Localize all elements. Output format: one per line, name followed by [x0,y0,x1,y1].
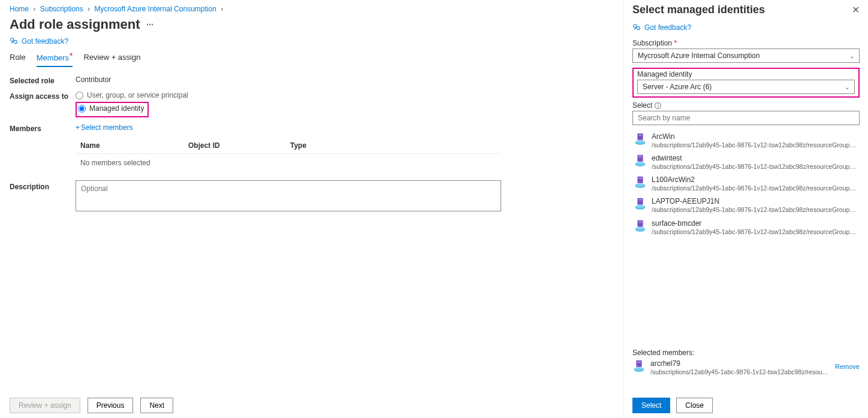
result-path: /subscriptions/12ab9y45-1abc-9876-1v12-t… [652,163,858,171]
next-button[interactable]: Next [140,398,173,413]
chevron-down-icon: ⌄ [845,84,849,90]
table-header-object-id: Object ID [188,141,290,150]
selected-role-value: Contributor [76,75,111,85]
breadcrumb: Home › Subscriptions › Mycrosoft Azure I… [10,4,614,16]
review-assign-button: Review + assign [10,398,80,413]
managed-identity-select-value: Server - Azure Arc (6) [643,83,712,91]
selected-members-list: arcrhel79 /subscriptions/12ab9y45-1abc-9… [632,359,860,376]
panel-title: Select managed identities [632,4,765,16]
highlight-managed-identity-field: Managed identity Server - Azure Arc (6) … [632,68,860,98]
required-indicator: * [70,51,73,60]
highlight-managed-identity: Managed identity [76,102,149,117]
members-label: Members [10,123,76,172]
search-input[interactable] [632,111,860,125]
result-text: L100ArcWin2 /subscriptions/12ab9y45-1abc… [652,175,858,192]
result-path: /subscriptions/12ab9y45-1abc-9876-1v12-t… [652,184,858,192]
feedback-icon [10,37,18,46]
radio-managed-identity-row[interactable]: Managed identity [78,104,144,113]
server-icon [632,359,646,372]
list-item[interactable]: edwintest /subscriptions/12ab9y45-1abc-9… [632,152,860,173]
selected-members-title: Selected members: [632,349,860,357]
select-button[interactable]: Select [632,398,670,413]
description-input[interactable] [76,180,501,211]
tab-role[interactable]: Role [10,53,26,67]
more-actions-icon[interactable]: ⋯ [146,20,153,29]
select-managed-identities-panel: Select managed identities ✕ Got feedback… [623,0,868,418]
table-header-type: Type [290,141,410,150]
server-icon [634,197,647,210]
selected-item: arcrhel79 /subscriptions/12ab9y45-1abc-9… [632,359,860,376]
previous-button[interactable]: Previous [88,398,134,413]
tab-members[interactable]: Members* [37,53,73,67]
chevron-right-icon: › [88,5,90,13]
server-icon [634,132,647,146]
feedback-link[interactable]: Got feedback? [10,37,614,46]
selected-name: arcrhel79 [650,359,830,368]
assign-access-label: Assign access to [10,91,76,101]
list-item[interactable]: ArcWin /subscriptions/12ab9y45-1abc-9876… [632,130,860,152]
radio-managed-identity[interactable] [78,105,86,113]
plus-icon: + [76,123,80,132]
result-text: ArcWin /subscriptions/12ab9y45-1abc-9876… [652,132,858,149]
managed-identity-field-label: Managed identity [634,69,858,78]
managed-identity-select[interactable]: Server - Azure Arc (6) ⌄ [637,80,855,94]
feedback-label: Got feedback? [22,37,68,46]
chevron-right-icon: › [221,5,223,13]
result-name: surface-bmcder [652,219,858,228]
result-name: ArcWin [652,132,858,141]
select-field-label: Select i [632,101,860,110]
tab-review-assign[interactable]: Review + assign [83,53,140,67]
result-text: edwintest /subscriptions/12ab9y45-1abc-9… [652,154,858,171]
list-item[interactable]: surface-bmcder /subscriptions/12ab9y45-1… [632,217,860,238]
selected-role-label: Selected role [10,75,76,85]
tabs: Role Members* Review + assign [10,53,614,67]
table-header-name: Name [80,141,188,150]
tab-members-label: Members [37,53,69,62]
radio-user-group-sp-row[interactable]: User, group, or service principal [76,91,188,99]
select-members-link[interactable]: +Select members [76,123,133,132]
chevron-down-icon: ⌄ [849,53,854,59]
radio-user-group-sp-label: User, group, or service principal [87,91,188,99]
close-icon[interactable]: ✕ [852,4,860,16]
remove-link[interactable]: Remove [835,359,860,370]
members-table: Name Object ID Type No members selected [76,138,501,172]
chevron-right-icon: › [33,5,35,13]
server-icon [634,154,647,167]
subscription-select-value: Mycrosoft Azure Internal Consumption [638,52,760,60]
close-button[interactable]: Close [676,398,713,413]
subscription-select[interactable]: Mycrosoft Azure Internal Consumption ⌄ [632,49,860,63]
breadcrumb-subscriptions[interactable]: Subscriptions [40,5,83,13]
description-label: Description [10,180,76,211]
required-indicator: * [674,39,677,47]
page-title-row: Add role assignment ⋯ [10,17,614,32]
result-path: /subscriptions/12ab9y45-1abc-9876-1v12-t… [652,228,858,236]
breadcrumb-home[interactable]: Home [10,5,29,13]
info-icon[interactable]: i [655,102,661,109]
result-name: L100ArcWin2 [652,175,858,184]
breadcrumb-subscription-name[interactable]: Mycrosoft Azure Internal Consumption [94,5,216,13]
select-members-link-label: Select members [81,123,133,132]
result-path: /subscriptions/12ab9y45-1abc-9876-1v12-t… [652,141,858,149]
result-path: /subscriptions/12ab9y45-1abc-9876-1v12-t… [652,206,858,214]
result-name: LAPTOP-AEEUPJ1N [652,197,858,206]
selected-path: /subscriptions/12ab9y45-1abc-9876-1v12-t… [650,368,830,376]
radio-user-group-sp[interactable] [76,92,83,99]
result-text: surface-bmcder /subscriptions/12ab9y45-1… [652,219,858,236]
radio-managed-identity-label: Managed identity [89,104,144,113]
result-text: arcrhel79 /subscriptions/12ab9y45-1abc-9… [650,359,830,376]
subscription-field-label: Subscription * [632,39,860,47]
result-text: LAPTOP-AEEUPJ1N /subscriptions/12ab9y45-… [652,197,858,214]
list-item[interactable]: L100ArcWin2 /subscriptions/12ab9y45-1abc… [632,173,860,195]
list-item[interactable]: LAPTOP-AEEUPJ1N /subscriptions/12ab9y45-… [632,195,860,216]
server-icon [634,219,647,232]
results-list: ArcWin /subscriptions/12ab9y45-1abc-9876… [632,130,860,238]
result-name: edwintest [652,154,858,163]
feedback-icon [632,23,641,32]
page-title: Add role assignment [10,17,140,32]
panel-feedback-link[interactable]: Got feedback? [632,23,860,32]
panel-feedback-label: Got feedback? [644,23,691,32]
table-empty-message: No members selected [76,154,501,172]
server-icon [634,175,647,189]
